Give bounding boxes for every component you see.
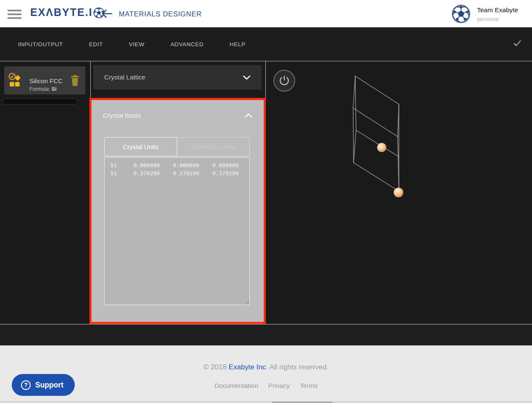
crystal-3d-viewport[interactable] <box>266 61 532 324</box>
materials-designer-app: EXΛBYTE.I <box>0 0 532 403</box>
copyright: © 2018 Exabyte Inc. All rights reserved. <box>0 345 532 371</box>
link-terms[interactable]: Terms <box>300 382 317 390</box>
support-label: Support <box>35 381 63 390</box>
menu-help[interactable]: HELP <box>230 41 246 47</box>
footer-links: Documentation Privacy Terms <box>0 382 532 390</box>
tab-crystal-units[interactable]: Crystal Units <box>104 137 177 156</box>
menu-edit[interactable]: EDIT <box>89 41 103 47</box>
chevron-up-icon[interactable] <box>244 113 252 118</box>
horizontal-scrollbar[interactable] <box>0 401 532 403</box>
menubar: INPUT/OUTPUT EDIT VIEW ADVANCED HELP <box>0 27 532 61</box>
crystal-basis-panel: Crystal Basis Crystal Units Cartesian Un… <box>89 98 266 324</box>
crystal-lattice-panel-header[interactable]: Crystal Lattice <box>93 65 262 90</box>
atom-si-2 <box>394 188 404 198</box>
bottom-strip <box>0 324 532 345</box>
back-arrow-icon[interactable] <box>101 9 113 18</box>
user-account-type: personal <box>477 16 499 22</box>
crystal-basis-title: Crystal Basis <box>103 112 244 119</box>
avatar[interactable] <box>451 4 471 24</box>
material-formula: Formula: Si <box>29 86 57 92</box>
logo-text: EXΛBYTE.I <box>30 6 93 18</box>
footer: © 2018 Exabyte Inc. All rights reserved.… <box>0 345 532 403</box>
content-area: Silicon FCC Formula: Si Crystal Lattice … <box>0 61 532 324</box>
atom-si-1 <box>377 143 386 152</box>
tab-cartesian-units[interactable]: Cartesian Units <box>177 137 250 156</box>
basis-coordinates-input[interactable]: Si 0.000000 0.000000 0.000000 Si 0.37929… <box>104 157 250 305</box>
menu-advanced[interactable]: ADVANCED <box>170 41 204 47</box>
material-name: Silicon FCC <box>29 77 63 84</box>
unit-cell-wireframe <box>353 76 399 191</box>
user-name: Team Exabyte <box>477 6 518 14</box>
header: EXΛBYTE.I <box>0 0 532 27</box>
sidebar-scrollbar[interactable] <box>2 98 78 105</box>
chevron-down-icon[interactable] <box>243 75 251 80</box>
support-button[interactable]: ? Support <box>12 374 75 396</box>
exabyte-logo[interactable]: EXΛBYTE.I <box>30 6 105 18</box>
units-tabs: Crystal Units Cartesian Units <box>104 137 250 156</box>
company-link[interactable]: Exabyte Inc <box>228 363 266 371</box>
page-title: MATERIALS DESIGNER <box>119 10 202 18</box>
crystal-lattice-title: Crystal Lattice <box>104 74 243 81</box>
link-privacy[interactable]: Privacy <box>268 382 290 390</box>
menu-input-output[interactable]: INPUT/OUTPUT <box>18 41 63 47</box>
crystal-basis-panel-header[interactable]: Crystal Basis <box>103 112 252 119</box>
link-documentation[interactable]: Documentation <box>215 382 258 390</box>
question-icon: ? <box>21 380 31 390</box>
formula-value: Si <box>52 86 57 92</box>
material-package-icon <box>8 73 23 88</box>
material-list-item-silicon-fcc[interactable]: Silicon FCC Formula: Si <box>4 66 85 95</box>
trash-icon[interactable] <box>71 75 79 86</box>
menu-view[interactable]: VIEW <box>129 41 144 47</box>
menu-icon[interactable] <box>8 10 21 19</box>
check-icon[interactable] <box>513 40 522 47</box>
